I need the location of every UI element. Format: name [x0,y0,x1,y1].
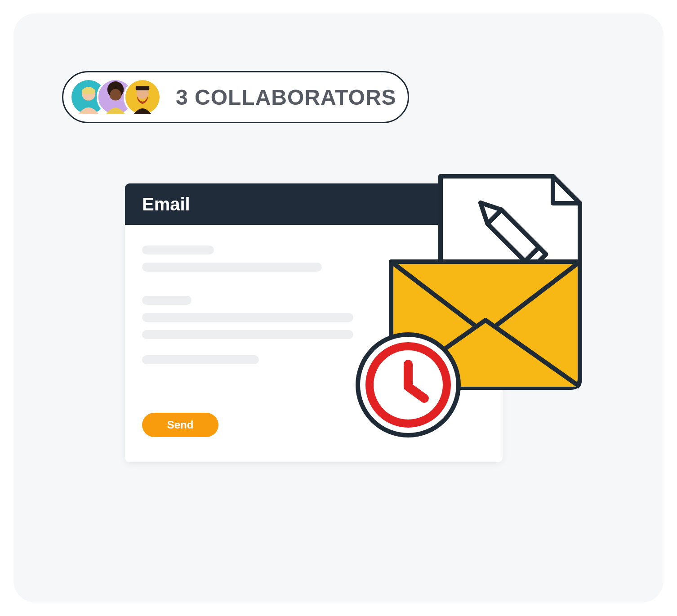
avatar-stack [70,78,151,116]
placeholder-line [142,246,214,254]
send-button[interactable]: Send [142,413,218,437]
email-card-title: Email [142,194,190,214]
placeholder-line [142,330,353,339]
placeholder-line [142,313,353,322]
avatar-3 [124,78,161,116]
svg-point-5 [110,89,121,100]
collaborators-label: 3 COLLABORATORS [176,85,396,110]
placeholder-line [142,263,322,272]
svg-rect-8 [136,86,149,90]
illustration-canvas: 3 COLLABORATORS Email Send [13,13,664,603]
clock-icon [355,332,461,438]
placeholder-line [142,296,192,305]
placeholder-line [142,355,259,364]
collaborators-pill: 3 COLLABORATORS [62,71,409,123]
